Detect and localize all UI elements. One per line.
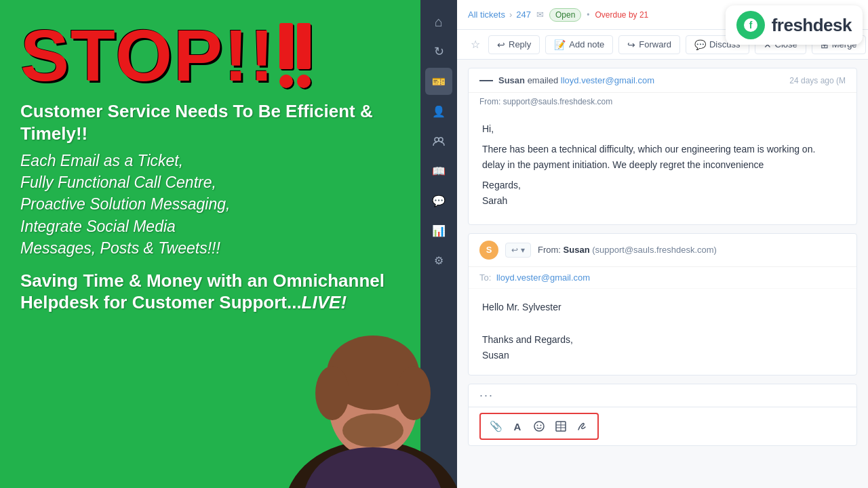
add-note-button[interactable]: 📝 Add note [545,35,613,54]
separator-dot: • [587,10,589,20]
sidebar-icon-analytics[interactable]: 📊 [425,217,452,244]
breadcrumb: All tickets › 247 [468,9,531,20]
compose-area: ··· 📎 A [468,384,857,446]
reply-arrow-caret: ▾ [521,245,525,255]
email2-sender-email: (support@sauls.freshdesk.com) [592,245,717,255]
subtitle-italic: Each Email as a Ticket, Fully Functional… [20,150,400,259]
freshdesk-logo: f freshdesk [726,5,863,45]
email-header-2: S ↩ ▾ From: Susan (support@sauls.freshde… [469,234,856,267]
exclaim-bar-2 [297,23,311,69]
attachment-button[interactable]: 📎 [486,417,505,436]
svg-point-7 [435,138,439,142]
stop-heading: STOP!! [20,19,400,92]
envelope-icon: ✉ [536,9,544,20]
exclaim-1 [279,23,293,88]
svg-point-8 [439,138,443,142]
from-address: From: support@sauls.freshdesk.com [469,93,856,110]
reply-button[interactable]: ↩ Reply [488,35,540,54]
email-time-1: 24 days ago (M [789,76,846,85]
action-text: emailed [528,75,561,85]
recipient-email: lloyd.vester@gmail.com [561,75,654,85]
italic-line-4: Integrate Social Media [20,218,176,235]
all-tickets-link[interactable]: All tickets [468,9,505,20]
status-badge-open: Open [549,8,581,22]
toolbar-group: 📎 A [479,413,599,440]
exclaim-2 [297,23,311,88]
italic-line-5: Messages, Posts & Tweets!!! [20,239,220,257]
sender-line [479,80,493,81]
email2-greeting: Hello Mr. Sylvester [482,300,843,316]
ticket-number: 247 [516,9,531,20]
svg-point-4 [315,366,349,420]
exclaim-bar-1 [279,23,293,69]
svg-point-12 [537,425,538,426]
ticket-content: Susan emailed lloyd.vester@gmail.com 24 … [457,60,868,488]
sender-info-1: Susan emailed lloyd.vester@gmail.com [498,75,654,85]
note-icon: 📝 [554,39,566,50]
freshdesk-icon: f [736,11,765,39]
font-button[interactable]: A [508,417,527,436]
forward-button[interactable]: ↪ Forward [618,35,680,54]
email-thread-2: S ↩ ▾ From: Susan (support@sauls.freshde… [468,233,857,375]
email-content-1: There has been a technical difficulty, w… [482,142,843,172]
svg-point-5 [397,366,431,420]
email2-closing: Thanks and Regards, [482,332,843,348]
sidebar-icon-refresh[interactable]: ↻ [425,38,452,65]
svg-point-11 [534,422,544,431]
breadcrumb-separator: › [509,9,512,20]
email-header-1: Susan emailed lloyd.vester@gmail.com 24 … [469,68,856,93]
sidebar-icon-ticket[interactable]: 🎫 [425,68,452,95]
svg-point-6 [342,413,403,447]
email2-body [482,316,843,332]
sidebar-icon-book[interactable]: 📖 [425,157,452,184]
compose-dots: ··· [469,384,856,407]
email2-sender-name: Susan [564,245,590,255]
email-greeting: Hi, [482,121,843,136]
sidebar-icon-groups[interactable] [425,127,452,155]
overdue-label: Overdue by 21 [595,10,649,20]
main-content: f freshdesk All tickets › 247 ✉ Open • O… [457,0,868,488]
sidebar-icon-contacts[interactable]: 👤 [425,98,452,125]
subtitle-bold: Customer Service Needs To Be Efficient &… [20,100,400,144]
italic-line-3: Proactive Solution Messaging, [20,195,230,213]
signature-button[interactable] [573,417,592,436]
email-thread-1: Susan emailed lloyd.vester@gmail.com 24 … [468,68,857,225]
sidebar-icon-settings[interactable]: ⚙ [425,247,452,274]
sidebar-icon-chat[interactable]: 💬 [425,187,452,214]
email-regards: Regards,Sarah [482,178,843,208]
forward-icon: ↪ [627,39,635,50]
discuss-icon: 💬 [694,39,706,50]
from-label: From: [538,245,561,255]
left-panel: STOP!! Customer Service Needs To Be Effi… [0,0,420,488]
bottom-italic-text: LIVE! [302,292,347,312]
star-button[interactable]: ☆ [468,35,483,54]
reply-icon: ↩ [497,39,505,50]
exclaim-dot-1 [279,75,293,88]
reply-arrow-btn[interactable]: ↩ ▾ [505,243,531,258]
table-button[interactable] [551,417,570,436]
exclamation-marks [279,23,311,88]
to-email-value: lloyd.vester@gmail.com [496,272,590,283]
reply-arrow-icon: ↩ [511,245,518,255]
email-from-field: From: Susan (support@sauls.freshdesk.com… [538,245,846,255]
exclaim-dot-2 [297,75,311,88]
reply-label: Reply [509,39,531,49]
svg-text:f: f [749,20,752,30]
to-label: To: [479,272,491,283]
freshdesk-logo-text: freshdesk [772,15,852,36]
email-to-field: To: lloyd.vester@gmail.com [469,267,856,289]
bottom-text: Saving Time & Money with an Omnichannel … [20,270,400,314]
italic-line-2: Fully Functional Call Centre, [20,174,216,191]
email-sender-1: Susan emailed lloyd.vester@gmail.com [479,75,654,85]
email-body-2: Hello Mr. Sylvester Thanks and Regards, … [469,289,856,375]
emoji-button[interactable] [530,417,549,436]
compose-toolbar: 📎 A [469,407,856,445]
sender-name-1: Susan [498,75,525,85]
person-image [271,312,475,488]
stop-label: STOP!! [20,19,275,92]
sidebar-icon-home[interactable]: ⌂ [425,8,452,35]
email2-sign: Susan [482,348,843,364]
add-note-label: Add note [569,39,604,49]
sender-avatar-2: S [479,241,498,260]
svg-point-13 [540,425,542,426]
